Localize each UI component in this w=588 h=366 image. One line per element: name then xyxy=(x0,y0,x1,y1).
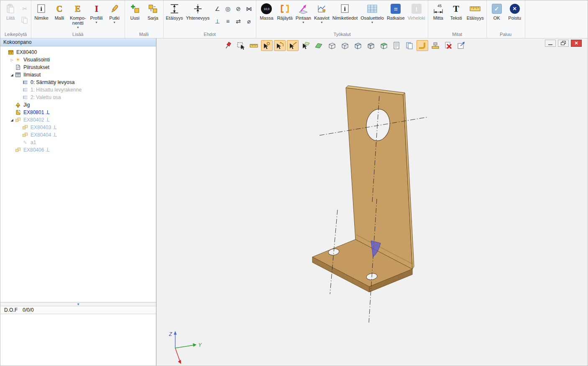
viewport-tool-measure[interactable] xyxy=(248,40,260,51)
mass-icon: 10,0 xyxy=(261,3,272,15)
ribbon-button-teksti[interactable]: TTeksti xyxy=(447,1,465,21)
viewport-tool-external-view[interactable] xyxy=(455,40,467,51)
viewport-tool-view-shaded[interactable] xyxy=(365,40,376,51)
viewport-tool-snap-edge[interactable] xyxy=(287,40,299,51)
viewport-tool-delete[interactable] xyxy=(442,40,454,51)
ribbon-button-etaisyys[interactable]: Etäisyys xyxy=(165,1,184,21)
viewport-tool-view-wireframe[interactable] xyxy=(326,40,337,51)
ribbon-button-poistu[interactable]: ✕Poistu xyxy=(506,1,524,21)
ribbon-button-label: Mitta xyxy=(433,15,443,20)
ruler-icon xyxy=(469,3,481,15)
ribbon-button-komponentti[interactable]: EKompo- nentti▾ xyxy=(69,1,87,30)
tree-item[interactable]: 0: Särmätty levyosa xyxy=(0,79,156,86)
viewport-tool-pin[interactable] xyxy=(222,40,234,51)
ribbon-button-label: Poistu xyxy=(508,15,521,20)
subassembly-icon xyxy=(22,125,28,130)
ribbon-button-etaisyys-mitta[interactable]: Etäisyys xyxy=(465,1,485,21)
tree-item[interactable]: 2: Valettu osa xyxy=(0,94,156,101)
tree-item[interactable]: EX80801 .L xyxy=(0,109,156,116)
ribbon-button-tangentti[interactable]: ⊘ xyxy=(233,4,243,14)
ribbon-button-leikkaa[interactable]: ✂ xyxy=(20,4,30,14)
dropdown-caret-icon: ▾ xyxy=(321,20,322,24)
ribbon-button-uusi[interactable]: Uusi xyxy=(126,1,144,21)
viewport-tool-snap-face[interactable] xyxy=(300,40,312,51)
window-maximize-button[interactable] xyxy=(558,40,569,47)
tree-item[interactable]: EX80403 .L xyxy=(0,124,156,131)
ribbon-button-nimiketiedot[interactable]: iNimiketiedot xyxy=(331,1,359,21)
viewport-tool-view-hidden-lines[interactable] xyxy=(339,40,350,51)
tree-item[interactable]: 1: Hitsattu levyrakenne xyxy=(0,86,156,94)
viewport-tool-feature-list[interactable] xyxy=(391,40,402,51)
viewport-tool-face-select[interactable] xyxy=(313,40,325,51)
viewport-3d[interactable]: Z Y ✕ xyxy=(156,38,588,366)
appearances-icon xyxy=(15,72,21,78)
ribbon-group-label: Malli xyxy=(126,31,162,38)
dimension-icon: 45 xyxy=(433,3,444,15)
ribbon-button-malli[interactable]: CMalli xyxy=(51,1,68,21)
ribbon-button-profiili[interactable]: IProfiili▾ xyxy=(88,1,105,25)
ribbon-button-kopioi[interactable] xyxy=(20,15,30,25)
viewport-tool-view-solid[interactable] xyxy=(378,40,389,51)
ribbon-button-rajayta[interactable]: Räjäytä xyxy=(276,1,294,21)
tree-item-label: 2: Valettu osa xyxy=(31,94,61,100)
tree-item[interactable]: ◢EX80402 .L xyxy=(0,116,156,124)
svg-text:I: I xyxy=(95,4,98,13)
ribbon-button-virheloki[interactable]: !Virheloki xyxy=(406,1,427,21)
tree-expanded-arrow-icon[interactable]: ◢ xyxy=(9,118,15,122)
ribbon-button-nimike[interactable]: iNimike xyxy=(33,1,50,21)
ribbon-button-halkaisija[interactable]: ⌀ xyxy=(244,16,253,26)
ribbon-button-yhdensuuntaisuus[interactable]: ≡ xyxy=(223,16,233,26)
z-axis-label: Z xyxy=(169,331,172,337)
ribbon-button-liita[interactable]: Liitä xyxy=(2,1,19,21)
ribbon-button-samankeskisyys[interactable]: ◎ xyxy=(223,4,233,14)
viewport-tool-copy-view[interactable] xyxy=(404,40,415,51)
viewport-tool-window-select[interactable] xyxy=(235,40,247,51)
ribbon-button-symmetria[interactable]: ⋈ xyxy=(244,4,253,14)
ribbon-button-yhtenevyys[interactable]: Yhtenevyys xyxy=(185,1,211,21)
ribbon-button-ok[interactable]: ✓OK xyxy=(488,1,506,21)
tree-item[interactable]: EX80404 .L xyxy=(0,131,156,139)
viewport-tool-sheet-metal-bend[interactable] xyxy=(417,40,428,51)
viewport-tool-press[interactable] xyxy=(429,40,441,51)
ribbon-button-sarja[interactable]: Sarja xyxy=(144,1,162,21)
window-minimize-button[interactable] xyxy=(545,40,556,47)
tree-item-label: Ilmiasut xyxy=(23,72,41,78)
ribbon-group-label: Paluu xyxy=(488,31,524,38)
viewport-tool-view-faces[interactable] xyxy=(352,40,363,51)
tree-item[interactable]: Piirustukset xyxy=(0,64,156,71)
dropdown-caret-icon: ▾ xyxy=(96,20,97,24)
viewport-tool-snap-vertex[interactable] xyxy=(274,40,286,51)
ribbon-button-pintaan[interactable]: Pintaan▾ xyxy=(294,1,312,25)
diagram-icon xyxy=(317,3,327,15)
tree-expanded-arrow-icon[interactable]: ◢ xyxy=(9,73,15,77)
tree-item[interactable]: EX80400 xyxy=(0,48,156,56)
tree-item[interactable]: Jig xyxy=(0,101,156,109)
text-icon: T xyxy=(453,3,459,15)
ribbon-button-kohtisuoruus[interactable]: ⊥ xyxy=(212,16,222,26)
ribbon-button-suuntaisuus[interactable]: ⇄ xyxy=(233,16,243,26)
ribbon-button-osaluettelo[interactable]: Osaluettelo▾ xyxy=(359,1,385,25)
dof-status: D.O.F 0/0/0 xyxy=(0,306,156,314)
tree-collapsed-arrow-icon[interactable]: ▷ xyxy=(9,58,15,62)
ribbon-button-kaaviot[interactable]: Kaaviot▾ xyxy=(313,1,331,25)
bracket-part[interactable] xyxy=(312,86,414,292)
distance-icon xyxy=(169,3,179,15)
tree-item[interactable]: EX80406 .L xyxy=(0,146,156,154)
ribbon-button-ratkaise[interactable]: =Ratkaise xyxy=(386,1,406,21)
ribbon-button-label: Virheloki xyxy=(408,15,425,20)
tree-item[interactable]: ✎a1 xyxy=(0,139,156,146)
exit-icon: ✕ xyxy=(510,3,520,15)
splitter-handle-icon[interactable]: ▾ xyxy=(77,303,79,306)
tree-item-label: 0: Särmätty levyosa xyxy=(31,79,74,85)
window-close-button[interactable]: ✕ xyxy=(571,40,582,47)
ribbon-button-mitta[interactable]: 45Mitta xyxy=(429,1,447,21)
ribbon-button-massa[interactable]: 10,0Massa xyxy=(258,1,275,21)
panel-splitter[interactable]: ▾ xyxy=(0,302,156,306)
tree-item[interactable]: ▷☀Visualisointi xyxy=(0,56,156,64)
tree-item[interactable]: ◢Ilmiasut xyxy=(0,71,156,79)
viewport-tool-snap-point[interactable] xyxy=(261,40,273,51)
ribbon-button-label: Malli xyxy=(55,15,64,20)
ribbon-button-putki[interactable]: Putki▾ xyxy=(106,1,123,25)
model-icon: C xyxy=(54,3,64,15)
ribbon-button-kulma[interactable]: ∠ xyxy=(212,4,222,14)
